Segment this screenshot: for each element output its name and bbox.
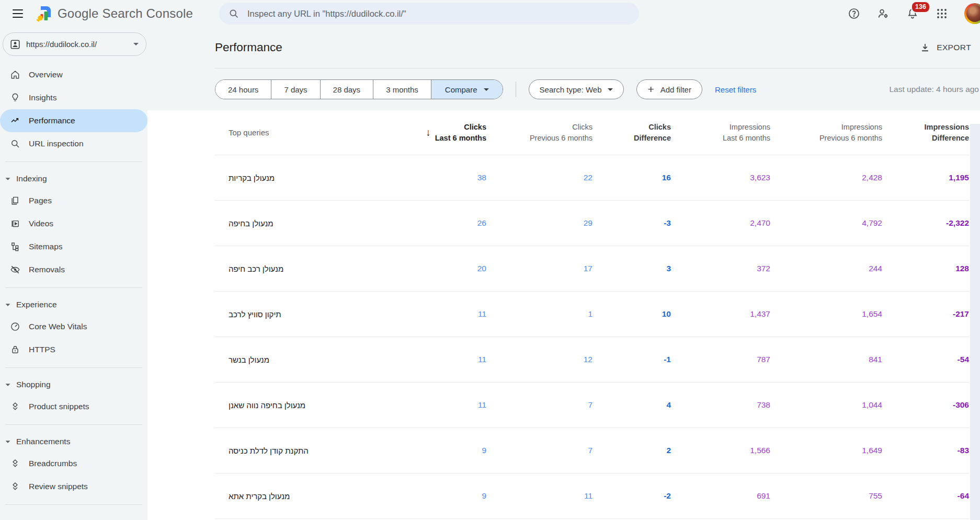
compare-tab[interactable]: Compare	[431, 80, 503, 99]
export-button[interactable]: EXPORT	[917, 42, 974, 53]
query-cell: תיקון סוויץ לרכב	[215, 310, 408, 319]
sidebar-item-core-web-vitals[interactable]: Core Web Vitals	[0, 315, 147, 338]
sidebar-section-18[interactable]: Enhancements	[0, 431, 147, 452]
sidebar-item-pages[interactable]: Pages	[0, 189, 147, 212]
add-filter-chip[interactable]: + Add filter	[636, 79, 702, 99]
value-cell: 128	[882, 264, 969, 273]
help-icon[interactable]	[847, 7, 861, 20]
value-cell: 2	[592, 446, 671, 455]
sidebar-item-performance[interactable]: Performance	[0, 109, 147, 132]
column-header-impressions-last-6-months[interactable]: ImpressionsLast 6 months	[671, 122, 770, 144]
value-cell: 1,566	[671, 446, 770, 455]
date-range-24-hours[interactable]: 24 hours	[215, 80, 271, 99]
table-header-row: Top queries↓ClicksLast 6 monthsClicksPre…	[215, 110, 969, 155]
sidebar-section-label: Experience	[16, 300, 57, 309]
column-header-clicks-last-6-months[interactable]: ↓ClicksLast 6 months	[408, 122, 486, 144]
sidebar-item-product-snippets[interactable]: Product snippets	[0, 395, 147, 418]
sidebar-nav: OverviewInsightsPerformanceURL inspectio…	[0, 63, 147, 505]
value-cell: 3	[592, 264, 671, 273]
date-range-28-days[interactable]: 28 days	[320, 80, 373, 99]
column-header-clicks-previous-6-months[interactable]: ClicksPrevious 6 months	[486, 122, 592, 144]
value-cell: 11	[486, 491, 592, 501]
sidebar-item-insights[interactable]: Insights	[0, 86, 147, 109]
sidebar-item-https[interactable]: HTTPS	[0, 338, 147, 361]
account-settings-icon[interactable]	[876, 7, 890, 20]
table-row[interactable]: מנעולן בחיפה נווה שאנן11747381,044-306	[215, 383, 969, 428]
avatar[interactable]	[964, 3, 980, 24]
export-label: EXPORT	[937, 43, 971, 52]
sidebar-section-5[interactable]: Indexing	[0, 168, 147, 189]
sidebar-section-label: Enhancements	[16, 437, 70, 446]
column-header-impressions-previous-6-months[interactable]: ImpressionsPrevious 6 months	[770, 122, 882, 144]
snippet-icon	[9, 401, 21, 412]
table-row[interactable]: מנעולן בקריות3822163,6232,4281,195	[215, 155, 969, 201]
chevron-down-icon	[608, 88, 613, 91]
table-row[interactable]: תיקון סוויץ לרכב111101,4371,654-217	[215, 292, 969, 337]
table-row[interactable]: מנעולן בחיפה2629-32,4704,792-2,322	[215, 201, 969, 246]
value-cell: -217	[882, 309, 969, 319]
sidebar-item-sitemaps[interactable]: Sitemaps	[0, 235, 147, 258]
sort-desc-icon: ↓	[426, 127, 431, 138]
sidebar-item-url-inspection[interactable]: URL inspection	[0, 132, 147, 155]
collapse-caret-icon	[6, 304, 10, 306]
page-title: Performance	[215, 41, 282, 54]
videos-icon	[9, 218, 21, 229]
sidebar-divider	[5, 161, 142, 162]
value-cell: -306	[882, 400, 969, 410]
url-inspect-searchbar[interactable]	[219, 3, 639, 25]
sidebar-item-videos[interactable]: Videos	[0, 212, 147, 235]
value-cell: 2,470	[671, 218, 770, 228]
table-row[interactable]: מנעולן בקרית אתא911-2691755-64	[215, 473, 969, 519]
sidebar-item-review-snippets[interactable]: Review snippets	[0, 475, 147, 498]
url-inspect-input[interactable]	[246, 8, 630, 19]
column-header-top-queries[interactable]: Top queries	[215, 127, 408, 138]
value-cell: 7	[486, 400, 592, 410]
table-row[interactable]: התקנת קודן לדלת כניסה9721,5661,649-83	[215, 428, 969, 473]
query-cell: מנעולן בקרית אתא	[215, 492, 408, 501]
query-cell: מנעולן רכב חיפה	[215, 264, 408, 273]
scrollbar[interactable]	[970, 124, 980, 520]
add-filter-label: Add filter	[660, 85, 691, 94]
reset-filters-link[interactable]: Reset filters	[715, 85, 756, 94]
property-selector[interactable]: https://dudilock.co.il/	[3, 32, 146, 56]
download-icon	[920, 42, 930, 53]
date-range-segmented-control: 24 hours7 days28 days3 monthsCompare	[215, 79, 503, 99]
search-console-logo-icon	[36, 6, 51, 21]
sidebar: https://dudilock.co.il/ OverviewInsights…	[0, 27, 147, 520]
value-cell: 1,649	[770, 446, 882, 455]
sidebar-section-11[interactable]: Experience	[0, 294, 147, 315]
sidebar-item-breadcrumbs[interactable]: Breadcrumbs	[0, 452, 147, 475]
value-cell: 29	[486, 218, 592, 228]
sidebar-section-15[interactable]: Shopping	[0, 374, 147, 395]
chevron-down-icon	[484, 88, 489, 91]
menu-icon[interactable]	[7, 3, 28, 24]
property-url: https://dudilock.co.il/	[26, 40, 128, 49]
plus-icon: +	[647, 84, 654, 95]
sidebar-item-overview[interactable]: Overview	[0, 63, 147, 86]
snippet-icon	[9, 458, 21, 469]
column-header-clicks-difference[interactable]: ClicksDifference	[592, 122, 671, 144]
table-body: מנעולן בקריות3822163,6232,4281,195מנעולן…	[215, 155, 969, 519]
date-range-3-months[interactable]: 3 months	[373, 80, 431, 99]
main-content: Performance EXPORT 24 hours7 days28 days…	[147, 27, 980, 520]
date-range-7-days[interactable]: 7 days	[271, 80, 320, 99]
top-app-bar: Google Search Console 136	[0, 0, 980, 27]
trending-icon	[9, 115, 21, 126]
value-cell: 1,044	[770, 400, 882, 410]
sidebar-divider	[5, 424, 142, 425]
search-icon	[229, 8, 239, 19]
table-row[interactable]: מנעולן רכב חיפה20173372244128	[215, 246, 969, 292]
column-header-impressions-difference[interactable]: ImpressionsDifference	[882, 122, 969, 144]
logo[interactable]: Google Search Console	[36, 6, 193, 21]
value-cell: 9	[408, 446, 486, 455]
collapse-caret-icon	[6, 384, 10, 386]
search-type-chip[interactable]: Search type: Web	[529, 79, 624, 99]
notifications-icon[interactable]: 136	[906, 7, 919, 20]
table-row[interactable]: מנעולן בנשר1112-1787841-54	[215, 337, 969, 383]
sidebar-item-removals[interactable]: Removals	[0, 258, 147, 281]
removals-icon	[9, 264, 21, 275]
value-cell: 1,654	[770, 309, 882, 319]
value-cell: 38	[408, 173, 486, 182]
apps-grid-icon[interactable]	[935, 7, 949, 20]
sitemaps-icon	[9, 241, 21, 252]
